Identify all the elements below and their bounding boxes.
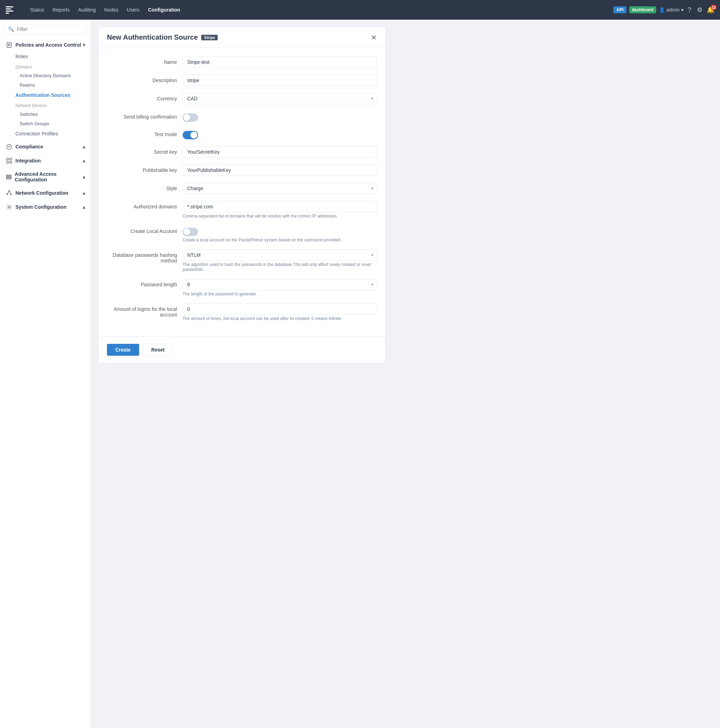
sidebar-item-realms[interactable]: Realms [0, 80, 91, 90]
sidebar-system-header[interactable]: System Configuration ▴ [0, 201, 91, 213]
sidebar-policies-header[interactable]: Policies and Access Control ▾ [0, 38, 91, 51]
api-badge[interactable]: API [613, 6, 626, 13]
password-length-select[interactable]: 8 10 12 16 [183, 279, 377, 290]
sidebar-advanced-header[interactable]: Advanced Access Configuration ▴ [0, 168, 91, 185]
secret-key-control [183, 146, 377, 158]
sidebar-item-switches[interactable]: Switches [0, 109, 91, 119]
sidebar-filter-wrap: 🔍 [4, 24, 87, 34]
create-local-hint: Create a local account on the PacketFenc… [183, 237, 377, 242]
currency-select[interactable]: CAD USD EUR [183, 93, 377, 104]
sidebar-network-header[interactable]: Network Configuration ▴ [0, 187, 91, 199]
policies-chevron: ▾ [83, 42, 85, 48]
create-button[interactable]: Create [107, 344, 139, 356]
policies-icon [6, 41, 13, 48]
password-length-hint: The length of the password to generate. [183, 292, 377, 297]
description-label: Description [107, 75, 177, 83]
description-input[interactable] [183, 75, 377, 86]
send-billing-control [183, 111, 377, 122]
create-local-toggle[interactable] [183, 228, 198, 236]
advanced-label: Advanced Access Configuration [15, 171, 83, 182]
form-panel: New Authentication Source Stripe ✕ Name … [98, 27, 386, 363]
nav-auditing[interactable]: Auditing [75, 5, 99, 15]
system-chevron: ▴ [83, 204, 85, 210]
secret-key-label: Secret key [107, 146, 177, 155]
password-length-control: 8 10 12 16 ▾ The length of the password … [183, 279, 377, 297]
svg-point-16 [8, 206, 10, 208]
authorized-domains-input[interactable] [183, 201, 377, 212]
currency-label: Currency [107, 93, 177, 101]
style-row: Style Charge Payment Intent ▾ [107, 183, 377, 194]
send-billing-toggle[interactable] [183, 113, 198, 122]
svg-rect-9 [6, 176, 11, 177]
svg-point-11 [8, 191, 10, 192]
form-body: Name Description Currency [99, 48, 385, 336]
sidebar-item-active-directory[interactable]: Active Directory Domains [0, 71, 91, 80]
send-billing-row: Send billing confirmation [107, 111, 377, 122]
sidebar-item-roles[interactable]: Roles [0, 51, 91, 62]
close-button[interactable]: ✕ [371, 34, 377, 41]
reset-button[interactable]: Reset [143, 344, 174, 356]
sidebar-filter-input[interactable] [17, 26, 83, 32]
integration-chevron: ▴ [83, 158, 85, 164]
form-title-text: New Authentication Source [107, 33, 198, 41]
sidebar-item-connection-profiles[interactable]: Connection Profiles [0, 128, 91, 139]
db-hash-row: Database passwords hashing method NTLM b… [107, 249, 377, 272]
nav-status[interactable]: Status [27, 5, 48, 15]
admin-label: admin [667, 7, 680, 13]
style-select[interactable]: Charge Payment Intent [183, 183, 377, 194]
form-panel-title: New Authentication Source Stripe [107, 33, 218, 41]
svg-rect-3 [8, 46, 9, 46]
nav-users[interactable]: Users [124, 5, 143, 15]
svg-line-15 [9, 191, 11, 193]
sidebar-section-compliance: Compliance ▴ [0, 140, 91, 153]
test-mode-slider [183, 131, 198, 139]
publishable-key-row: Publishable key [107, 165, 377, 176]
system-label: System Configuration [15, 204, 66, 210]
db-hash-hint: The algorithm used to hash the passwords… [183, 262, 377, 272]
nav-reports[interactable]: Reports [49, 5, 73, 15]
logins-row: Amount of logins for the local account T… [107, 303, 377, 321]
dashboard-badge[interactable]: dashboard [629, 6, 656, 13]
name-label: Name [107, 57, 177, 65]
svg-rect-5 [10, 158, 12, 160]
test-mode-toggle[interactable] [183, 131, 198, 139]
svg-rect-1 [8, 43, 10, 44]
secret-key-input[interactable] [183, 146, 377, 158]
sidebar-integration-header[interactable]: Integration ▴ [0, 154, 91, 167]
sidebar-section-policies: Policies and Access Control ▾ Roles Doma… [0, 38, 91, 139]
sidebar: 🔍 Policies and Access Control ▾ Roles Do… [0, 20, 91, 728]
sidebar-item-auth-sources[interactable]: Authentication Sources [0, 90, 91, 100]
sidebar-item-switch-groups[interactable]: Switch Groups [0, 119, 91, 128]
main-content: New Authentication Source Stripe ✕ Name … [91, 20, 720, 728]
compliance-chevron: ▴ [83, 144, 85, 150]
authorized-domains-hint: Comma-separated list of domains that wil… [183, 214, 377, 219]
logins-input[interactable] [183, 303, 377, 315]
authorized-domains-label: Authorized domains [107, 201, 177, 210]
sidebar-section-system: System Configuration ▴ [0, 201, 91, 213]
secret-key-row: Secret key [107, 146, 377, 158]
db-hash-control: NTLM bcrypt SHA1 ▾ The algorithm used to… [183, 249, 377, 272]
logins-control: The amount of times, the local account c… [183, 303, 377, 321]
sidebar-compliance-header[interactable]: Compliance ▴ [0, 140, 91, 153]
admin-menu[interactable]: 👤 admin ▾ [659, 7, 683, 13]
nav-nodes[interactable]: Nodes [101, 5, 122, 15]
authorized-domains-control: Comma-separated list of domains that wil… [183, 201, 377, 219]
form-footer: Create Reset [99, 336, 385, 363]
db-hash-select[interactable]: NTLM bcrypt SHA1 [183, 249, 377, 261]
description-control [183, 75, 377, 86]
help-button[interactable]: ? [686, 5, 693, 15]
publishable-key-input[interactable] [183, 165, 377, 176]
test-mode-row: Test mode [107, 129, 377, 139]
settings-button[interactable]: ⚙ [696, 5, 704, 15]
svg-rect-7 [10, 161, 12, 163]
svg-rect-10 [6, 178, 11, 179]
name-field-row: Name [107, 57, 377, 68]
nav-links: Status Reports Auditing Nodes Users Conf… [27, 5, 605, 15]
sidebar-group-network-devices: Network Devices [0, 100, 91, 109]
nav-configuration[interactable]: Configuration [145, 5, 184, 15]
notifications-button[interactable]: 🔔 13 [707, 6, 714, 14]
svg-rect-4 [7, 158, 8, 160]
topnav: Status Reports Auditing Nodes Users Conf… [0, 0, 720, 20]
name-input[interactable] [183, 57, 377, 68]
network-label: Network Configuration [15, 190, 69, 196]
